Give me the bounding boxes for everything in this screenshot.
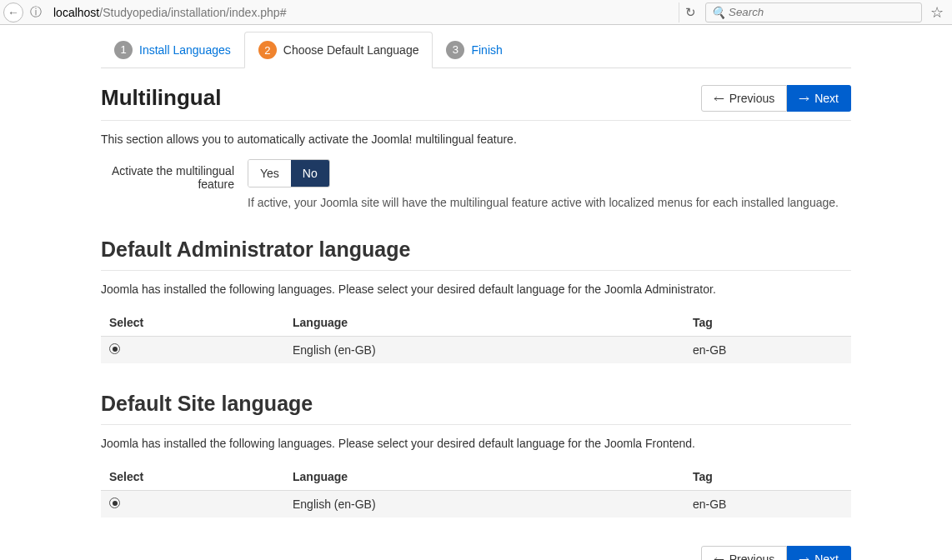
col-select: Select <box>101 463 284 491</box>
site-language-table: Select Language Tag English (en-GB) en-G… <box>101 463 851 518</box>
multilingual-desc: This section allows you to automatically… <box>101 132 851 146</box>
table-header-row: Select Language Tag <box>101 463 851 491</box>
install-steps: 1 Install Languages 2 Choose Default Lan… <box>101 32 851 68</box>
step-label: Install Languages <box>139 43 231 57</box>
button-label: Previous <box>729 92 774 105</box>
toggle-no-button[interactable]: No <box>291 160 329 187</box>
step-label: Finish <box>471 43 502 57</box>
activate-multilingual-row: Activate the multilingual feature Yes No… <box>101 159 851 209</box>
radio-cell[interactable] <box>101 491 284 518</box>
language-cell: English (en-GB) <box>284 491 684 518</box>
url-domain: localhost <box>53 6 99 19</box>
page-title: Multilingual <box>101 85 221 111</box>
divider <box>101 424 851 425</box>
col-language: Language <box>284 463 684 491</box>
table-row: English (en-GB) en-GB <box>101 337 851 364</box>
field-label: Activate the multilingual feature <box>101 159 234 191</box>
admin-language-title: Default Administrator language <box>101 238 851 262</box>
tag-cell: en-GB <box>684 337 851 364</box>
site-language-desc: Joomla has installed the following langu… <box>101 437 851 450</box>
button-label: Next <box>814 552 839 560</box>
nav-buttons-top: 🡐 Previous 🡒 Next <box>701 85 851 112</box>
step-install-languages[interactable]: 1 Install Languages <box>101 32 244 68</box>
page-content: 1 Install Languages 2 Choose Default Lan… <box>101 25 851 560</box>
admin-language-desc: Joomla has installed the following langu… <box>101 282 851 296</box>
toggle-yes-button[interactable]: Yes <box>248 160 291 187</box>
col-tag: Tag <box>684 309 851 337</box>
step-number-badge: 1 <box>114 41 133 59</box>
arrow-right-icon: 🡒 <box>799 553 809 561</box>
url-path: /Studyopedia/installation/index.php# <box>99 6 286 19</box>
divider <box>101 270 851 271</box>
language-cell: English (en-GB) <box>284 337 684 364</box>
browser-search[interactable]: 🔍 <box>705 2 922 22</box>
step-choose-default-language[interactable]: 2 Choose Default Language <box>244 32 433 68</box>
reload-icon: ↻ <box>685 5 696 20</box>
step-finish[interactable]: 3 Finish <box>433 32 515 68</box>
site-language-title: Default Site language <box>101 392 851 416</box>
bookmark-button[interactable]: ☆ <box>925 2 949 22</box>
arrow-right-icon: 🡒 <box>799 92 809 105</box>
arrow-left-icon: ← <box>8 6 19 19</box>
step-number-badge: 3 <box>446 41 464 59</box>
step-label: Choose Default Language <box>283 43 419 57</box>
nav-buttons-bottom: 🡐 Previous 🡒 Next <box>101 546 851 560</box>
admin-language-table: Select Language Tag English (en-GB) en-G… <box>101 309 851 363</box>
tag-cell: en-GB <box>684 491 851 518</box>
table-header-row: Select Language Tag <box>101 309 851 337</box>
url-bar[interactable]: localhost/Studyopedia/installation/index… <box>48 2 675 22</box>
back-button[interactable]: ← <box>3 2 23 22</box>
button-label: Next <box>814 92 839 105</box>
search-input[interactable] <box>729 6 916 18</box>
col-tag: Tag <box>684 463 851 491</box>
next-button[interactable]: 🡒 Next <box>787 546 851 560</box>
arrow-left-icon: 🡐 <box>714 553 724 561</box>
table-row: English (en-GB) en-GB <box>101 491 851 518</box>
radio-cell[interactable] <box>101 337 284 364</box>
next-button[interactable]: 🡒 Next <box>787 85 851 112</box>
browser-toolbar: ← ⓘ localhost/Studyopedia/installation/i… <box>0 0 952 25</box>
radio-icon <box>109 498 120 508</box>
col-language: Language <box>284 309 684 337</box>
reload-button[interactable]: ↻ <box>679 2 702 22</box>
col-select: Select <box>101 309 284 337</box>
heading-row: Multilingual 🡐 Previous 🡒 Next <box>101 85 851 112</box>
button-label: Previous <box>729 552 774 560</box>
field-help-text: If active, your Joomla site will have th… <box>248 196 851 209</box>
radio-icon <box>109 343 120 354</box>
arrow-left-icon: 🡐 <box>714 92 724 105</box>
step-number-badge: 2 <box>258 41 277 59</box>
divider <box>101 120 851 121</box>
search-icon: 🔍 <box>711 6 725 19</box>
activate-multilingual-toggle: Yes No <box>248 159 330 188</box>
previous-button[interactable]: 🡐 Previous <box>701 546 787 560</box>
star-icon: ☆ <box>930 3 944 22</box>
previous-button[interactable]: 🡐 Previous <box>701 85 787 112</box>
site-info-icon[interactable]: ⓘ <box>27 3 45 22</box>
